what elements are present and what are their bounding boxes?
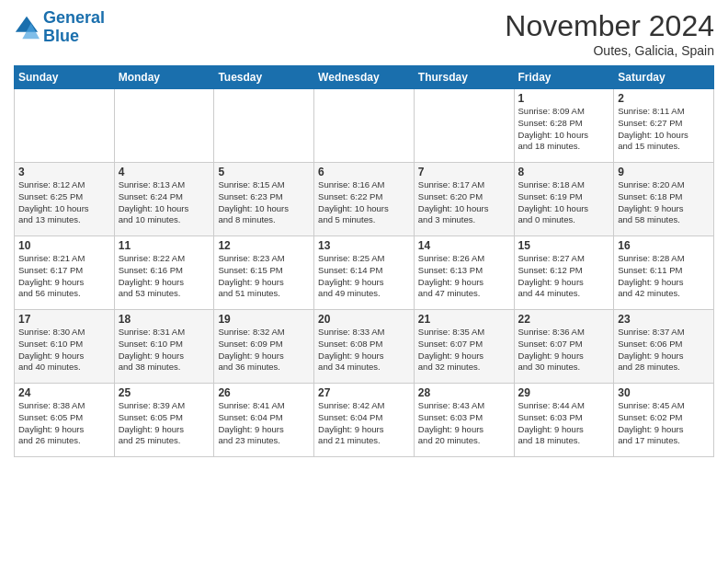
day-cell: 30Sunrise: 8:45 AM Sunset: 6:02 PM Dayli… xyxy=(614,384,714,457)
subtitle: Outes, Galicia, Spain xyxy=(505,43,714,58)
day-cell: 16Sunrise: 8:28 AM Sunset: 6:11 PM Dayli… xyxy=(614,236,714,310)
day-cell: 8Sunrise: 8:18 AM Sunset: 6:19 PM Daylig… xyxy=(514,163,614,236)
day-cell xyxy=(414,89,514,163)
day-number: 28 xyxy=(418,386,510,399)
svg-marker-0 xyxy=(16,17,38,32)
day-number: 19 xyxy=(218,313,310,326)
day-info: Sunrise: 8:16 AM Sunset: 6:22 PM Dayligh… xyxy=(318,179,410,226)
day-cell: 27Sunrise: 8:42 AM Sunset: 6:04 PM Dayli… xyxy=(314,384,415,457)
calendar-header: Sunday Monday Tuesday Wednesday Thursday… xyxy=(15,66,714,89)
day-number: 2 xyxy=(618,92,710,105)
day-cell: 1Sunrise: 8:09 AM Sunset: 6:28 PM Daylig… xyxy=(514,89,614,163)
logo-icon xyxy=(14,15,40,40)
week-row-3: 17Sunrise: 8:30 AM Sunset: 6:10 PM Dayli… xyxy=(15,310,714,384)
day-info: Sunrise: 8:12 AM Sunset: 6:25 PM Dayligh… xyxy=(18,179,110,226)
calendar: Sunday Monday Tuesday Wednesday Thursday… xyxy=(14,65,714,457)
day-info: Sunrise: 8:44 AM Sunset: 6:03 PM Dayligh… xyxy=(518,400,610,447)
day-info: Sunrise: 8:36 AM Sunset: 6:07 PM Dayligh… xyxy=(518,327,610,373)
day-info: Sunrise: 8:23 AM Sunset: 6:15 PM Dayligh… xyxy=(218,253,310,300)
page: General Blue November 2024 Outes, Galici… xyxy=(0,0,728,563)
day-info: Sunrise: 8:15 AM Sunset: 6:23 PM Dayligh… xyxy=(218,179,310,226)
day-cell xyxy=(314,89,415,163)
day-info: Sunrise: 8:13 AM Sunset: 6:24 PM Dayligh… xyxy=(119,179,210,226)
day-info: Sunrise: 8:37 AM Sunset: 6:06 PM Dayligh… xyxy=(618,327,710,373)
day-info: Sunrise: 8:20 AM Sunset: 6:18 PM Dayligh… xyxy=(618,179,710,226)
day-number: 20 xyxy=(318,313,410,326)
day-cell xyxy=(15,89,115,163)
col-monday: Monday xyxy=(114,66,214,89)
day-info: Sunrise: 8:28 AM Sunset: 6:11 PM Dayligh… xyxy=(618,253,710,300)
col-saturday: Saturday xyxy=(614,66,714,89)
day-cell xyxy=(214,89,314,163)
day-number: 17 xyxy=(18,313,110,326)
day-number: 12 xyxy=(218,239,310,252)
col-friday: Friday xyxy=(514,66,614,89)
week-row-1: 3Sunrise: 8:12 AM Sunset: 6:25 PM Daylig… xyxy=(15,163,714,236)
day-cell: 19Sunrise: 8:32 AM Sunset: 6:09 PM Dayli… xyxy=(214,310,314,384)
day-number: 29 xyxy=(518,386,610,399)
day-cell: 15Sunrise: 8:27 AM Sunset: 6:12 PM Dayli… xyxy=(514,236,614,310)
day-info: Sunrise: 8:39 AM Sunset: 6:05 PM Dayligh… xyxy=(119,400,210,447)
day-info: Sunrise: 8:38 AM Sunset: 6:05 PM Dayligh… xyxy=(18,400,110,447)
col-sunday: Sunday xyxy=(15,66,115,89)
day-cell: 4Sunrise: 8:13 AM Sunset: 6:24 PM Daylig… xyxy=(114,163,214,236)
day-number: 10 xyxy=(18,239,110,252)
week-row-0: 1Sunrise: 8:09 AM Sunset: 6:28 PM Daylig… xyxy=(15,89,714,163)
day-cell: 9Sunrise: 8:20 AM Sunset: 6:18 PM Daylig… xyxy=(614,163,714,236)
day-info: Sunrise: 8:11 AM Sunset: 6:27 PM Dayligh… xyxy=(618,106,710,153)
logo-line2: Blue xyxy=(43,27,79,45)
day-cell: 11Sunrise: 8:22 AM Sunset: 6:16 PM Dayli… xyxy=(114,236,214,310)
day-cell: 6Sunrise: 8:16 AM Sunset: 6:22 PM Daylig… xyxy=(314,163,415,236)
day-cell: 3Sunrise: 8:12 AM Sunset: 6:25 PM Daylig… xyxy=(15,163,115,236)
day-number: 3 xyxy=(18,166,110,178)
col-wednesday: Wednesday xyxy=(314,66,415,89)
col-thursday: Thursday xyxy=(414,66,514,89)
day-number: 11 xyxy=(119,239,210,252)
calendar-body: 1Sunrise: 8:09 AM Sunset: 6:28 PM Daylig… xyxy=(15,89,714,457)
day-info: Sunrise: 8:35 AM Sunset: 6:07 PM Dayligh… xyxy=(418,327,510,373)
day-number: 21 xyxy=(418,313,510,326)
day-number: 24 xyxy=(18,386,110,399)
day-info: Sunrise: 8:26 AM Sunset: 6:13 PM Dayligh… xyxy=(418,253,510,300)
header: General Blue November 2024 Outes, Galici… xyxy=(14,9,714,58)
day-number: 18 xyxy=(119,313,210,326)
day-info: Sunrise: 8:27 AM Sunset: 6:12 PM Dayligh… xyxy=(518,253,610,300)
day-cell: 13Sunrise: 8:25 AM Sunset: 6:14 PM Dayli… xyxy=(314,236,415,310)
day-info: Sunrise: 8:41 AM Sunset: 6:04 PM Dayligh… xyxy=(218,400,310,447)
day-number: 6 xyxy=(318,166,410,178)
day-cell: 26Sunrise: 8:41 AM Sunset: 6:04 PM Dayli… xyxy=(214,384,314,457)
day-number: 27 xyxy=(318,386,410,399)
day-cell: 22Sunrise: 8:36 AM Sunset: 6:07 PM Dayli… xyxy=(514,310,614,384)
week-row-2: 10Sunrise: 8:21 AM Sunset: 6:17 PM Dayli… xyxy=(15,236,714,310)
day-cell: 7Sunrise: 8:17 AM Sunset: 6:20 PM Daylig… xyxy=(414,163,514,236)
day-cell: 5Sunrise: 8:15 AM Sunset: 6:23 PM Daylig… xyxy=(214,163,314,236)
day-cell: 23Sunrise: 8:37 AM Sunset: 6:06 PM Dayli… xyxy=(614,310,714,384)
day-info: Sunrise: 8:33 AM Sunset: 6:08 PM Dayligh… xyxy=(318,327,410,373)
day-cell: 20Sunrise: 8:33 AM Sunset: 6:08 PM Dayli… xyxy=(314,310,415,384)
day-cell xyxy=(114,89,214,163)
day-cell: 2Sunrise: 8:11 AM Sunset: 6:27 PM Daylig… xyxy=(614,89,714,163)
logo: General Blue xyxy=(14,9,105,46)
day-number: 16 xyxy=(618,239,710,252)
day-cell: 25Sunrise: 8:39 AM Sunset: 6:05 PM Dayli… xyxy=(114,384,214,457)
day-info: Sunrise: 8:21 AM Sunset: 6:17 PM Dayligh… xyxy=(18,253,110,300)
day-cell: 12Sunrise: 8:23 AM Sunset: 6:15 PM Dayli… xyxy=(214,236,314,310)
logo-text: General Blue xyxy=(43,9,105,46)
title-block: November 2024 Outes, Galicia, Spain xyxy=(505,9,714,58)
day-cell: 17Sunrise: 8:30 AM Sunset: 6:10 PM Dayli… xyxy=(15,310,115,384)
day-number: 9 xyxy=(618,166,710,178)
day-cell: 10Sunrise: 8:21 AM Sunset: 6:17 PM Dayli… xyxy=(15,236,115,310)
day-number: 8 xyxy=(518,166,610,178)
day-info: Sunrise: 8:30 AM Sunset: 6:10 PM Dayligh… xyxy=(18,327,110,373)
day-number: 26 xyxy=(218,386,310,399)
day-info: Sunrise: 8:09 AM Sunset: 6:28 PM Dayligh… xyxy=(518,106,610,153)
day-info: Sunrise: 8:22 AM Sunset: 6:16 PM Dayligh… xyxy=(119,253,210,300)
day-number: 13 xyxy=(318,239,410,252)
day-number: 25 xyxy=(119,386,210,399)
day-cell: 18Sunrise: 8:31 AM Sunset: 6:10 PM Dayli… xyxy=(114,310,214,384)
day-number: 23 xyxy=(618,313,710,326)
day-info: Sunrise: 8:42 AM Sunset: 6:04 PM Dayligh… xyxy=(318,400,410,447)
logo-line1: General xyxy=(43,8,105,27)
day-number: 4 xyxy=(119,166,210,178)
day-info: Sunrise: 8:43 AM Sunset: 6:03 PM Dayligh… xyxy=(418,400,510,447)
